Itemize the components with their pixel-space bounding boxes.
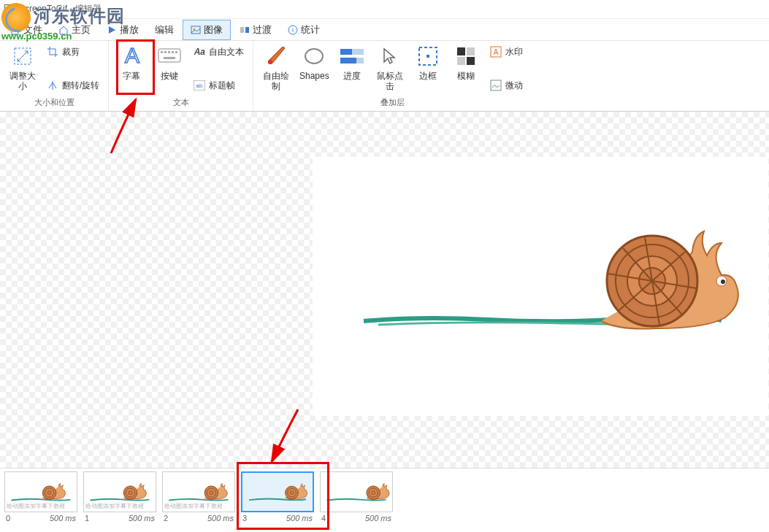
svg-text:A: A — [125, 44, 139, 67]
frame-thumb-1[interactable]: 给动图添加字幕下教程 1 500 ms — [82, 471, 158, 524]
thumb-duration: 500 ms — [207, 514, 234, 523]
group-label-overlay: 叠加层 — [380, 96, 405, 111]
tab-edit[interactable]: 编辑 — [148, 20, 181, 39]
svg-rect-25 — [426, 55, 429, 58]
shapes-button[interactable]: Shapes — [296, 42, 332, 95]
svg-rect-26 — [457, 47, 465, 55]
svg-rect-12 — [168, 51, 170, 53]
thumb-index: 4 — [321, 514, 326, 523]
thumb-image: 给动图添加字幕下教程 — [4, 471, 77, 512]
thumb-duration: 500 ms — [50, 514, 76, 523]
title-frame-button[interactable]: ab 标题帧 — [189, 77, 248, 93]
flip-rotate-button[interactable]: 翻转/旋转 — [42, 77, 104, 93]
thumb-duration: 500 ms — [286, 514, 313, 523]
resize-icon — [11, 45, 34, 68]
svg-point-48 — [210, 490, 214, 495]
crop-button[interactable]: 裁剪 — [42, 44, 104, 60]
canvas-area[interactable] — [0, 112, 769, 468]
svg-point-45 — [129, 490, 133, 495]
thumb-image: 给动图添加字幕下教程 — [83, 471, 156, 512]
thumb-info: 1 500 ms — [82, 512, 158, 524]
cursor-icon — [378, 45, 402, 68]
keys-button[interactable]: 按键 — [151, 42, 188, 95]
svg-point-54 — [371, 490, 375, 495]
thumb-watermark-text: 给动图添加字幕下教程 — [85, 502, 144, 510]
titlebar: ScreenToGif - 编辑器 — [0, 0, 769, 19]
image-icon — [191, 25, 201, 35]
free-draw-button[interactable]: 自由绘制 — [258, 42, 294, 95]
cinemagraph-icon — [490, 80, 502, 91]
border-icon — [416, 45, 440, 68]
frame-thumb-4[interactable]: 4 500 ms — [318, 471, 394, 524]
svg-text:ab: ab — [196, 82, 203, 89]
svg-point-19 — [305, 49, 323, 63]
ribbon-group-size-position: 调整大小 裁剪 翻转/旋转 大小和位置 — [0, 41, 109, 111]
svg-point-34 — [721, 280, 725, 284]
keyboard-icon — [158, 45, 181, 68]
ribbon: 调整大小 裁剪 翻转/旋转 大小和位置 A 字幕 — [0, 41, 769, 112]
mouse-click-button[interactable]: 鼠标点击 — [372, 42, 408, 95]
thumb-watermark-text: 给动图添加字幕下教程 — [164, 502, 223, 510]
thumb-info: 0 500 ms — [3, 512, 79, 524]
svg-rect-29 — [467, 57, 475, 65]
thumb-info: 2 500 ms — [161, 512, 237, 524]
svg-point-18 — [268, 60, 272, 64]
group-label-size: 大小和位置 — [34, 96, 74, 111]
resize-button[interactable]: 调整大小 — [4, 42, 41, 95]
tab-transition[interactable]: 过渡 — [232, 20, 279, 39]
stats-icon: i — [288, 25, 298, 35]
svg-rect-4 — [245, 27, 249, 33]
svg-rect-23 — [356, 58, 364, 63]
subtitle-icon: A — [120, 45, 143, 68]
thumb-image — [241, 471, 314, 512]
border-button[interactable]: 边框 — [410, 42, 446, 95]
frame-thumb-3[interactable]: 3 500 ms — [240, 471, 315, 524]
thumb-watermark-text: 给动图添加字幕下教程 — [7, 502, 65, 510]
tab-file[interactable]: 文件 — [3, 20, 50, 39]
frame-thumb-2[interactable]: 给动图添加字幕下教程 2 500 ms — [161, 471, 237, 524]
svg-point-42 — [47, 490, 52, 495]
svg-point-51 — [290, 490, 294, 494]
thumb-image — [320, 471, 393, 512]
thumb-info: 3 500 ms — [240, 512, 315, 524]
svg-rect-11 — [164, 51, 167, 53]
svg-rect-10 — [161, 51, 163, 53]
thumb-index: 2 — [164, 514, 168, 523]
group-label-text: 文本 — [173, 96, 189, 111]
brush-icon — [264, 45, 288, 68]
tab-playback[interactable]: 播放 — [99, 20, 146, 39]
frames-strip[interactable]: 给动图添加字幕下教程 0 500 ms 给动图添加字幕下教程 1 500 ms — [0, 468, 769, 532]
home-icon — [58, 25, 69, 35]
window-title: ScreenToGif - 编辑器 — [19, 3, 102, 15]
thumb-index: 0 — [6, 514, 10, 523]
tab-image[interactable]: 图像 — [183, 20, 231, 40]
svg-rect-21 — [352, 49, 364, 55]
app-icon — [4, 4, 15, 15]
transition-icon — [240, 25, 250, 35]
shapes-icon — [302, 45, 326, 68]
frame-thumb-0[interactable]: 给动图添加字幕下教程 0 500 ms — [3, 471, 79, 524]
svg-rect-15 — [164, 57, 175, 59]
cinemagraph-button[interactable]: 微动 — [486, 77, 527, 93]
blur-button[interactable]: 模糊 — [448, 42, 484, 95]
tab-home[interactable]: 主页 — [51, 20, 98, 39]
flip-rotate-icon — [47, 80, 58, 91]
svg-text:A: A — [494, 48, 499, 56]
thumb-index: 3 — [242, 514, 247, 523]
thumb-duration: 500 ms — [365, 514, 391, 523]
ribbon-group-overlay: 自由绘制 Shapes 进度 鼠标点击 边框 模糊 — [253, 41, 532, 111]
progress-button[interactable]: 进度 — [334, 42, 370, 95]
file-icon — [10, 25, 20, 35]
subtitle-button[interactable]: A 字幕 — [113, 42, 150, 95]
tab-stats[interactable]: i 统计 — [280, 20, 327, 39]
free-text-button[interactable]: Aa 自由文本 — [189, 44, 248, 60]
thumb-info: 4 500 ms — [318, 512, 394, 524]
free-text-icon: Aa — [194, 46, 205, 58]
svg-text:i: i — [292, 26, 294, 34]
svg-rect-28 — [457, 57, 465, 65]
blur-icon — [454, 45, 478, 68]
watermark-icon: A — [490, 46, 502, 58]
thumb-duration: 500 ms — [129, 514, 155, 523]
watermark-button[interactable]: A 水印 — [486, 44, 527, 60]
ribbon-group-text: A 字幕 按键 Aa 自由文本 ab 标题帧 文本 — [109, 41, 253, 111]
